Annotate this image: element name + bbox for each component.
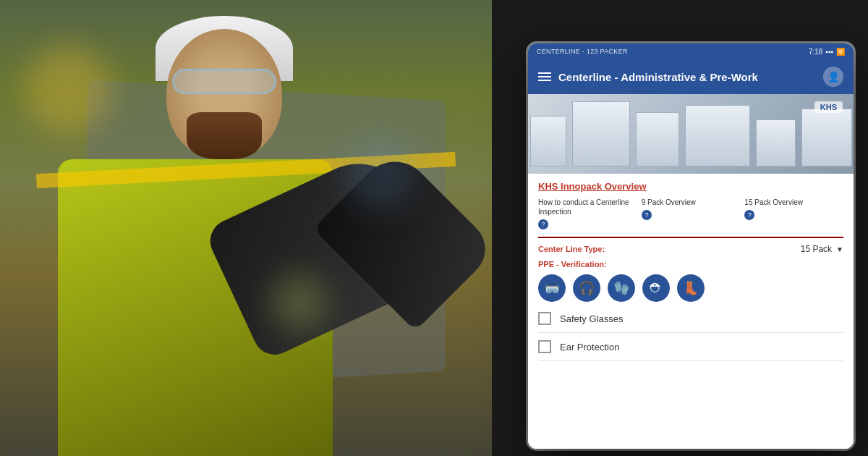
header-title: Centerline - Administrative & Pre-Work (558, 71, 758, 83)
machine-unit-6 (801, 109, 852, 166)
sub-link-text-1[interactable]: How to conduct a Centerline Inspection (538, 198, 637, 216)
status-bar: CENTERLINE - 123 PACKER 7:18 ▪▪▪ 🛜 (528, 43, 854, 59)
section-divider (538, 237, 843, 238)
safety-glasses-icon: 🥽 (544, 280, 560, 296)
sub-link-badge-1[interactable]: ? (538, 219, 548, 229)
centerline-type-text: 15 Pack (801, 244, 832, 254)
status-bar-device-name: CENTERLINE - 123 PACKER (537, 48, 628, 55)
machine-unit-4 (685, 105, 750, 166)
checklist-label-2: Ear Protection (560, 342, 619, 352)
content-area[interactable]: KHS Innopack Overview How to conduct a C… (528, 174, 854, 449)
hamburger-menu-icon[interactable] (538, 72, 551, 81)
machine-illustration (530, 101, 852, 166)
wifi-icon: 🛜 (836, 48, 845, 56)
gloves-icon: 🧤 (613, 280, 629, 296)
safety-boots-icon: 👢 (683, 280, 699, 296)
machine-img-content (528, 94, 854, 174)
header-left: Centerline - Administrative & Pre-Work (538, 71, 758, 83)
dropdown-arrow-icon: ▼ (836, 245, 843, 253)
sub-links-row: How to conduct a Centerline Inspection ?… (538, 198, 843, 229)
checklist-label-1: Safety Glasses (560, 313, 623, 324)
app-header: Centerline - Administrative & Pre-Work 👤 (528, 59, 854, 94)
machine-unit-1 (530, 116, 566, 166)
bokeh-light-1 (25, 46, 111, 132)
sub-link-text-3[interactable]: 15 Pack Overview (744, 198, 803, 207)
avatar-icon: 👤 (827, 71, 840, 83)
sub-link-item-3: 15 Pack Overview ? (744, 198, 843, 229)
checklist-item-2: Ear Protection (538, 340, 843, 361)
khs-innopack-link[interactable]: KHS Innopack Overview (538, 181, 843, 192)
worker-glasses (172, 69, 276, 94)
checkbox-ear-protection[interactable] (538, 340, 551, 353)
sub-link-badge-2[interactable]: ? (642, 210, 652, 220)
checkbox-safety-glasses[interactable] (538, 312, 551, 325)
centerline-type-label: Center Line Type: (538, 245, 605, 253)
bokeh-light-3 (344, 137, 417, 209)
ppe-icon-safety-glasses: 🥽 (538, 274, 566, 302)
machine-unit-5 (756, 119, 796, 166)
ear-protection-icon: 🎧 (579, 280, 595, 296)
sub-link-item-1: How to conduct a Centerline Inspection ? (538, 198, 637, 229)
machine-unit-2 (572, 101, 630, 166)
machine-image-section: KHS (528, 94, 854, 174)
ppe-icon-ear-protection: 🎧 (573, 274, 600, 302)
machine-unit-3 (636, 112, 679, 166)
bokeh-light-2 (271, 274, 328, 332)
centerline-type-row: Center Line Type: 15 Pack ▼ (538, 244, 843, 254)
ppe-icon-hard-hat: ⛑ (642, 274, 670, 302)
machine-logo: KHS (814, 101, 843, 113)
ppe-label: PPE - Verification: (538, 260, 843, 269)
status-bar-time: 7:18 (809, 48, 822, 56)
ppe-icon-safety-boots: 👢 (677, 274, 705, 302)
sub-link-badge-3[interactable]: ? (744, 210, 754, 220)
avatar[interactable]: 👤 (823, 67, 843, 87)
worker-beard (187, 112, 262, 159)
status-bar-right: 7:18 ▪▪▪ 🛜 (809, 48, 845, 56)
centerline-type-value[interactable]: 15 Pack ▼ (801, 244, 843, 254)
background-photo (0, 0, 492, 456)
sub-link-item-2: 9 Pack Overview ? (642, 198, 741, 229)
hard-hat-icon: ⛑ (650, 281, 663, 296)
checklist-item-1: Safety Glasses (538, 312, 843, 333)
signal-icon: ▪▪▪ (825, 48, 833, 56)
sub-link-text-2[interactable]: 9 Pack Overview (642, 198, 696, 207)
ppe-icon-gloves: 🧤 (608, 274, 635, 302)
tablet-mockup: CENTERLINE - 123 PACKER 7:18 ▪▪▪ 🛜 Cente… (528, 43, 854, 449)
ppe-icons-row: 🥽 🎧 🧤 ⛑ 👢 (538, 274, 843, 302)
